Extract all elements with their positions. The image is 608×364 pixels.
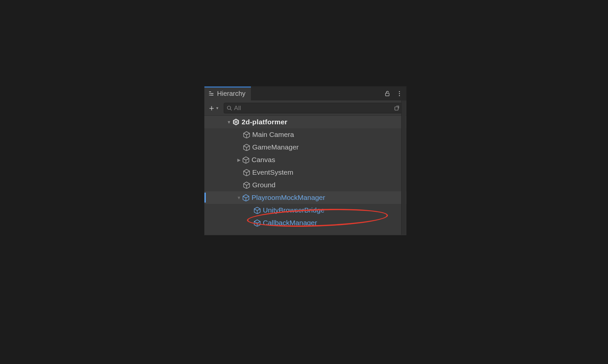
gameobject-icon bbox=[243, 169, 250, 176]
tree-item-label: Main Camera bbox=[252, 131, 294, 139]
create-button[interactable]: + ▼ bbox=[207, 103, 221, 113]
hierarchy-icon bbox=[208, 91, 214, 96]
gameobject-icon bbox=[243, 181, 250, 189]
gameobject-icon bbox=[242, 156, 250, 163]
tree-item-canvas[interactable]: ▶ Canvas bbox=[204, 153, 406, 166]
search-input[interactable] bbox=[234, 104, 391, 112]
tree-item-ground[interactable]: Ground bbox=[204, 179, 406, 191]
tree-item-label: UnityBrowserBridge bbox=[263, 206, 325, 214]
hierarchy-toolbar: + ▼ bbox=[204, 100, 406, 116]
prefab-icon bbox=[242, 194, 250, 201]
search-icon bbox=[227, 105, 232, 111]
foldout-icon[interactable]: ▼ bbox=[226, 120, 232, 125]
gameobject-icon bbox=[243, 131, 250, 138]
panel-scrollbar[interactable] bbox=[401, 100, 406, 235]
prefab-icon bbox=[254, 207, 261, 214]
tree-item-playroom-mock-manager[interactable]: ▼ PlayroomMockManager › bbox=[204, 191, 406, 204]
tree-item-event-system[interactable]: EventSystem bbox=[204, 166, 406, 179]
panel-tab-row: Hierarchy bbox=[204, 87, 406, 100]
foldout-icon[interactable]: ▼ bbox=[236, 195, 242, 200]
tree-item-label: Canvas bbox=[252, 156, 275, 164]
tree-item-unity-browser-bridge[interactable]: UnityBrowserBridge bbox=[204, 204, 406, 216]
tab-hierarchy[interactable]: Hierarchy bbox=[204, 87, 251, 100]
search-field[interactable] bbox=[224, 103, 404, 113]
search-type-button[interactable] bbox=[393, 104, 401, 112]
tree-item-label: Ground bbox=[252, 181, 275, 189]
tree-item-label: PlayroomMockManager bbox=[252, 194, 325, 202]
tree-item-label: GameManager bbox=[252, 143, 299, 151]
scene-row[interactable]: ▼ 2d-platformer bbox=[204, 116, 406, 128]
foldout-icon[interactable]: ▶ bbox=[236, 157, 242, 162]
lock-icon[interactable] bbox=[384, 90, 391, 97]
tree-item-callback-manager[interactable]: CallbackManager bbox=[204, 216, 406, 229]
tree-item-main-camera[interactable]: Main Camera bbox=[204, 128, 406, 141]
gameobject-icon bbox=[243, 144, 250, 151]
dropdown-icon: ▼ bbox=[215, 106, 219, 110]
tree-item-game-manager[interactable]: GameManager bbox=[204, 141, 406, 153]
tree-item-label: EventSystem bbox=[252, 168, 293, 176]
prefab-icon bbox=[254, 219, 261, 226]
hierarchy-tree: ▼ 2d-platformer Main Camera GameManager … bbox=[204, 116, 406, 235]
scene-name: 2d-platformer bbox=[242, 118, 287, 126]
tree-item-label: CallbackManager bbox=[263, 219, 317, 227]
plus-icon: + bbox=[209, 104, 214, 112]
tab-label: Hierarchy bbox=[217, 90, 246, 97]
panel-menu-button[interactable] bbox=[396, 90, 403, 97]
unity-scene-icon bbox=[232, 118, 240, 126]
hierarchy-panel: Hierarchy + ▼ ▼ bbox=[204, 86, 407, 235]
